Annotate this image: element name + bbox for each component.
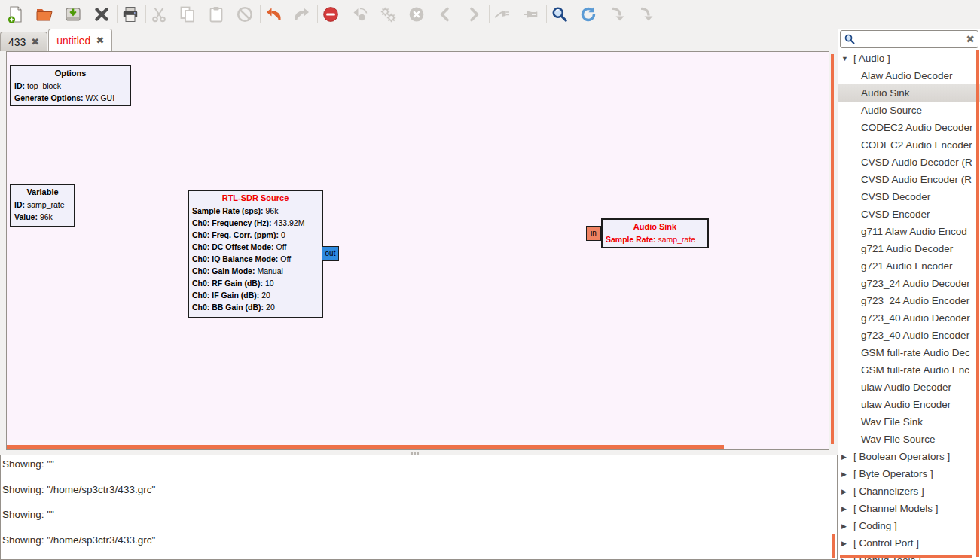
tree-item[interactable]: ▼ [ Audio ] [838, 50, 980, 67]
tree-item[interactable]: Wav File Source [838, 431, 980, 448]
audio-sink-in-port[interactable]: in [586, 226, 601, 241]
tree-item[interactable]: g711 Alaw Audio Encod [838, 223, 980, 240]
tab-untitled[interactable]: untitled ✖ [48, 29, 112, 51]
toolbar-separator[interactable] [432, 5, 432, 23]
save-flowgraph-button[interactable] [63, 5, 82, 24]
print-button[interactable] [121, 5, 139, 24]
tree-item[interactable]: ▶ [ Coding ] [838, 517, 980, 534]
file-new-icon [7, 5, 25, 23]
tree-item[interactable]: g723_24 Audio Encoder [838, 292, 980, 309]
close-flowgraph-button[interactable] [92, 5, 111, 24]
tree-item[interactable]: Audio Sink [838, 84, 980, 102]
close-tab-icon[interactable]: ✖ [96, 35, 104, 45]
redo-button[interactable] [292, 5, 311, 24]
connect-button[interactable] [521, 5, 540, 24]
delete-button[interactable] [235, 5, 254, 24]
flowgraph-errors-button[interactable] [321, 5, 340, 24]
disconnect-button[interactable] [493, 5, 511, 24]
tree-item[interactable]: ulaw Audio Encoder [838, 396, 980, 413]
new-flowgraph-button[interactable] [6, 5, 25, 24]
tree-item[interactable]: GSM full-rate Audio Dec [838, 344, 980, 361]
block-search-box[interactable]: ✖ [840, 30, 978, 48]
tree-item[interactable]: g723_40 Audio Decoder [838, 309, 980, 327]
left-pane: 433 ✖ untitled ✖ Options ID:top_blockGen… [0, 29, 838, 560]
tree-item[interactable]: CVSD Audio Decoder (R [838, 154, 980, 171]
block-param: Ch0: Freq. Corr. (ppm):0 [192, 229, 319, 241]
tree-item[interactable]: g721 Audio Decoder [838, 240, 980, 257]
block-properties-button[interactable] [378, 5, 397, 24]
clear-search-icon[interactable]: ✖ [966, 34, 975, 44]
back-button[interactable] [435, 5, 454, 24]
toolbar-separator[interactable] [117, 5, 118, 23]
tree-item[interactable]: CVSD Encoder [838, 205, 980, 223]
copy-button[interactable] [178, 5, 197, 24]
curved-down-arrow-button-b[interactable] [636, 5, 655, 24]
block-variable[interactable]: Variable ID:samp_rateValue:96k [10, 184, 75, 227]
tree-item-label: g723_24 Audio Encoder [861, 295, 969, 306]
curved-down-arrow-button-a[interactable] [607, 5, 626, 24]
tree-item[interactable]: Audio Source [838, 102, 980, 119]
rotate-block-button[interactable] [350, 5, 368, 24]
paste-button[interactable] [206, 5, 225, 24]
expander-arrow-icon[interactable]: ▼ [841, 55, 850, 62]
toolbar-separator[interactable] [145, 5, 146, 23]
sidebar-horizontal-scrollbar[interactable] [840, 555, 972, 558]
toolbar-separator[interactable] [489, 5, 490, 23]
console-line: Showing: "/home/sp3ctr3/433.grc" [2, 534, 835, 546]
rtlsdr-out-port[interactable]: out [322, 246, 339, 261]
tree-item[interactable]: Wav File Sink [838, 413, 980, 431]
tree-item-label: g721 Audio Encoder [861, 260, 953, 272]
canvas-horizontal-scrollbar[interactable] [7, 445, 724, 449]
block-param: Generate Options:WX GUI [14, 92, 127, 104]
block-rtlsdr-source[interactable]: RTL-SDR Source Sample Rate (sps):96kCh0:… [188, 190, 323, 318]
tree-item[interactable]: g721 Audio Encoder [838, 257, 980, 275]
forward-button[interactable] [464, 5, 483, 24]
tree-item[interactable]: CVSD Audio Encoder (R [838, 171, 980, 188]
tree-item[interactable]: ▶ [ Byte Operators ] [838, 465, 980, 482]
expander-arrow-icon[interactable]: ▶ [841, 505, 850, 513]
expander-arrow-icon[interactable]: ▶ [841, 453, 850, 461]
tree-item-label: ulaw Audio Decoder [861, 382, 951, 393]
tree-item[interactable]: ▶ [ Channelizers ] [838, 482, 980, 500]
tree-item[interactable]: ▶ [ Boolean Operators ] [838, 448, 980, 465]
toolbar-separator[interactable] [546, 5, 547, 23]
canvas-vertical-scrollbar[interactable] [831, 54, 834, 444]
expander-arrow-icon[interactable]: ▶ [841, 540, 850, 547]
tree-item[interactable]: CVSD Decoder [838, 188, 980, 205]
toolbar-separator[interactable] [317, 5, 318, 23]
tree-item-label: Audio Sink [861, 87, 910, 99]
tree-item[interactable]: g723_24 Audio Decoder [838, 275, 980, 292]
expander-arrow-icon[interactable]: ▶ [841, 522, 850, 530]
cut-button[interactable] [149, 5, 168, 24]
tree-item[interactable]: ulaw Audio Decoder [838, 379, 980, 396]
reload-blocks-button[interactable] [579, 5, 597, 24]
flowgraph-tabbar: 433 ✖ untitled ✖ [0, 29, 838, 51]
toolbar-separator[interactable] [260, 5, 261, 23]
console-vertical-scrollbar[interactable] [832, 534, 835, 558]
block-options[interactable]: Options ID:top_blockGenerate Options:WX … [10, 65, 131, 106]
tree-item[interactable]: Alaw Audio Decoder [838, 67, 980, 84]
flowgraph-canvas[interactable]: Options ID:top_blockGenerate Options:WX … [6, 51, 829, 450]
expander-arrow-icon[interactable]: ▶ [841, 488, 850, 495]
tree-item[interactable]: CODEC2 Audio Decoder [838, 119, 980, 136]
expander-arrow-icon[interactable]: ▶ [841, 470, 850, 478]
block-audio-sink[interactable]: Audio Sink Sample Rate:samp_rate [601, 218, 709, 248]
tab-433[interactable]: 433 ✖ [0, 32, 47, 51]
undo-button[interactable] [264, 5, 282, 24]
find-block-button[interactable] [550, 5, 569, 24]
tree-item[interactable]: ▶ [ Control Port ] [838, 534, 980, 552]
plug-off-icon [493, 5, 511, 23]
close-tab-icon[interactable]: ✖ [31, 37, 39, 47]
canvas-pane: Options ID:top_blockGenerate Options:WX … [0, 51, 838, 452]
tree-item-label: CVSD Audio Decoder (R [861, 157, 972, 168]
tree-item[interactable]: CODEC2 Audio Encoder [838, 136, 980, 154]
block-search-input[interactable] [856, 34, 966, 45]
console-output: Showing: ""Showing: "/home/sp3ctr3/433.g… [0, 455, 838, 560]
tree-item[interactable]: ▶ [ Channel Models ] [838, 500, 980, 517]
open-flowgraph-button[interactable] [35, 5, 53, 24]
tree-item[interactable]: g723_40 Audio Encoder [838, 327, 980, 344]
toggle-disable-button[interactable] [407, 5, 426, 24]
tree-item[interactable]: GSM full-rate Audio Enc [838, 361, 980, 379]
tree-item-label: g721 Audio Decoder [861, 243, 953, 254]
sidebar-vertical-scrollbar[interactable] [976, 50, 979, 557]
